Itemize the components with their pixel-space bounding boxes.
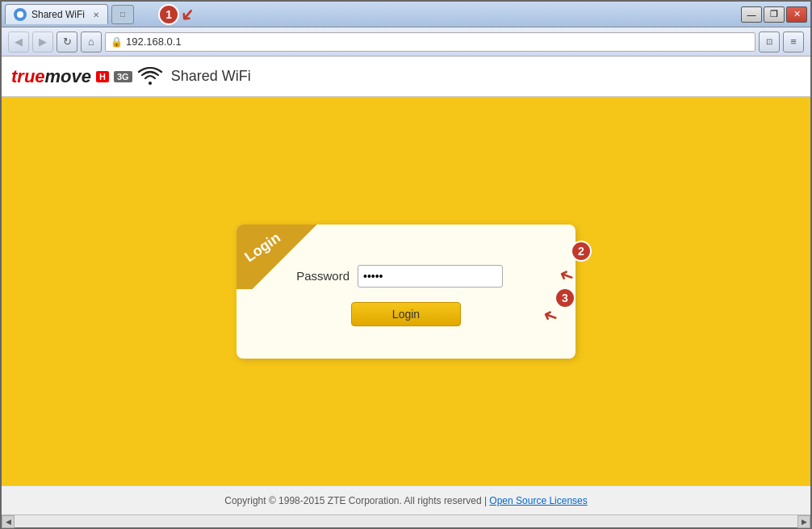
home-button[interactable]: ⌂: [81, 31, 102, 52]
url-text: 192.168.0.1: [126, 36, 182, 48]
footer: Copyright © 1998-2015 ZTE Corporation. A…: [2, 485, 810, 514]
annotation-3-arrow: ➜: [540, 303, 561, 328]
menu-button[interactable]: ≡: [783, 31, 804, 52]
scroll-right-button[interactable]: ▶: [797, 515, 810, 528]
annotation-2: 2: [571, 241, 592, 262]
svg-point-0: [149, 82, 152, 85]
browser-tab[interactable]: Shared WiFi ✕: [5, 4, 108, 24]
address-bar-icon: 🔒: [111, 36, 123, 48]
address-bar[interactable]: 🔒 192.168.0.1: [105, 32, 755, 52]
title-bar: Shared WiFi ✕ □ 1 ➜ — ❐ ✕: [2, 2, 810, 27]
tab-favicon: [14, 8, 27, 21]
scroll-left-button[interactable]: ◀: [2, 515, 15, 528]
password-row: Password 2 ➜: [285, 265, 527, 288]
button-row: Login 3 ➜: [285, 302, 527, 326]
page-title: Shared WiFi: [171, 68, 251, 85]
forward-button[interactable]: ▶: [32, 31, 53, 52]
copyright-text: Copyright © 1998-2015 ZTE Corporation. A…: [224, 495, 487, 506]
cast-button[interactable]: ⊡: [759, 31, 780, 52]
horizontal-scrollbar[interactable]: ◀ ▶: [2, 514, 810, 527]
annotation-2-wrapper: 2: [571, 241, 592, 262]
restore-button[interactable]: ❐: [764, 6, 785, 23]
window-controls: — ❐ ✕: [741, 6, 807, 23]
minimize-button[interactable]: —: [741, 6, 762, 23]
brand-true: truemove: [11, 66, 91, 87]
password-input[interactable]: [358, 265, 503, 288]
brand-h-badge: H: [96, 71, 109, 82]
close-button[interactable]: ✕: [786, 6, 807, 23]
annotation-3: 3: [555, 288, 576, 309]
wifi-icon: [137, 67, 163, 86]
tab-title: Shared WiFi: [31, 9, 85, 20]
brand-3g-badge: 3G: [114, 71, 132, 82]
login-button[interactable]: Login: [351, 302, 461, 326]
password-label: Password: [285, 269, 349, 283]
annotation-2-arrow: ➜: [556, 262, 577, 288]
tab-close-button[interactable]: ✕: [93, 10, 99, 19]
scroll-track[interactable]: [15, 515, 797, 527]
main-content: Login Password 2 ➜ Login: [2, 97, 810, 514]
login-card: Login Password 2 ➜ Login: [236, 225, 576, 359]
annotation-1-arrow: ➜: [175, 2, 200, 27]
page-body: Login Password 2 ➜ Login: [2, 97, 810, 485]
brand-area: truemove H 3G Shared WiFi: [11, 66, 251, 87]
annotation-3-wrapper: 3: [555, 288, 576, 309]
refresh-button[interactable]: ↻: [57, 31, 77, 52]
back-button[interactable]: ◀: [8, 31, 29, 52]
nav-bar: ◀ ▶ ↻ ⌂ 🔒 192.168.0.1 ⊡ ≡: [2, 27, 810, 57]
new-tab-button[interactable]: □: [111, 5, 134, 24]
toolbar-bar: truemove H 3G Shared WiFi: [2, 57, 810, 97]
open-source-link[interactable]: Open Source Licenses: [489, 495, 587, 506]
